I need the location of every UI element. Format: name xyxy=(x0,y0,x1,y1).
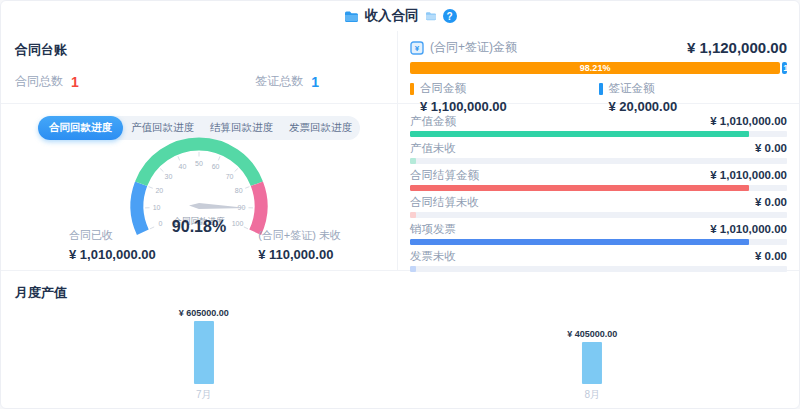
legend-swatch-orange xyxy=(410,83,414,95)
legend-contract-label: 合同金额 xyxy=(420,81,466,96)
contract-ledger-panel: 合同台账 合同总数 1 签证总数 1 合同回款进度 产值回款进 xyxy=(1,31,398,270)
contract-total: 合同总数 1 xyxy=(15,73,79,90)
help-icon[interactable]: ? xyxy=(443,9,457,23)
monthly-output-section: 月度产值 ¥ 605000.00 7月 ¥ 405000.00 8月 xyxy=(1,271,799,408)
metric-fill xyxy=(410,239,749,245)
bar-group-august: ¥ 405000.00 8月 xyxy=(567,329,617,384)
folder-small-icon[interactable] xyxy=(425,11,437,21)
contract-received-stat: 合同已收 ¥ 1,010,000.00 xyxy=(69,228,156,262)
metric-label: 销项发票 xyxy=(410,223,456,236)
metric-value: ¥ 1,010,000.00 xyxy=(710,169,787,182)
metric-fill xyxy=(410,131,749,137)
bar-july xyxy=(194,321,214,384)
top-row: 合同台账 合同总数 1 签证总数 1 合同回款进度 产值回款进 xyxy=(1,31,799,271)
bar-group-july: ¥ 605000.00 7月 xyxy=(179,308,229,384)
svg-text:40: 40 xyxy=(178,163,186,170)
metric-fill xyxy=(410,212,416,218)
ledger-title: 合同台账 xyxy=(15,41,383,59)
summary-stacked-bar: 98.21% 1.79% xyxy=(410,62,787,74)
metric-row-output-unreceived: 产值未收 ¥ 0.00 xyxy=(410,142,787,164)
metric-value: ¥ 1,010,000.00 xyxy=(710,115,787,128)
gauge-section: 合同回款进度 产值回款进度 结算回款进度 发票回款进度 010203040506… xyxy=(1,104,397,270)
metric-label: 发票未收 xyxy=(410,250,456,263)
legend-swatch-blue xyxy=(599,83,603,95)
bar-value: ¥ 405000.00 xyxy=(567,329,617,339)
metric-track xyxy=(410,185,787,191)
metric-value: ¥ 1,010,000.00 xyxy=(710,223,787,236)
bar-month-label: 7月 xyxy=(196,388,212,402)
svg-text:80: 80 xyxy=(235,187,243,194)
unreceived-label: (合同+签证) 未收 xyxy=(258,228,341,243)
svg-text:50: 50 xyxy=(195,160,203,167)
ledger-section: 合同台账 合同总数 1 签证总数 1 xyxy=(1,31,397,104)
svg-text:10: 10 xyxy=(153,204,161,211)
amount-summary-panel: ¥ (合同+签证)金额 ¥ 1,120,000.00 98.21% 1.79% … xyxy=(398,31,799,270)
amount-icon: ¥ xyxy=(410,41,424,55)
bar-month-label: 8月 xyxy=(585,388,601,402)
unreceived-value: ¥ 110,000.00 xyxy=(258,247,341,262)
metric-label: 产值未收 xyxy=(410,142,456,155)
summary-section: ¥ (合同+签证)金额 ¥ 1,120,000.00 98.21% 1.79% … xyxy=(398,31,799,104)
folder-icon xyxy=(344,10,359,23)
summary-label: (合同+签证)金额 xyxy=(430,39,517,56)
metrics-section: 产值金额 ¥ 1,010,000.00 产值未收 ¥ 0.00 合同结算金额 xyxy=(398,104,799,277)
svg-text:60: 60 xyxy=(212,163,220,170)
contract-received-label: 合同已收 xyxy=(69,228,156,243)
bar-value: ¥ 605000.00 xyxy=(179,308,229,318)
metric-row-output-amount: 产值金额 ¥ 1,010,000.00 xyxy=(410,115,787,137)
svg-text:¥: ¥ xyxy=(415,44,420,53)
metric-track xyxy=(410,239,787,245)
metric-row-settlement-unreceived: 合同结算未收 ¥ 0.00 xyxy=(410,196,787,218)
bar-august xyxy=(582,342,602,384)
metric-track xyxy=(410,158,787,164)
svg-text:20: 20 xyxy=(155,187,163,194)
contract-total-label: 合同总数 xyxy=(15,73,63,90)
summary-head: ¥ (合同+签证)金额 ¥ 1,120,000.00 xyxy=(410,39,787,56)
metric-label: 合同结算金额 xyxy=(410,169,479,182)
visa-total: 签证总数 1 xyxy=(255,73,319,90)
header: 收入合同 ? xyxy=(1,1,799,31)
metric-row-settlement-amount: 合同结算金额 ¥ 1,010,000.00 xyxy=(410,169,787,191)
summary-bar-contract: 98.21% xyxy=(410,62,780,74)
svg-text:70: 70 xyxy=(226,173,234,180)
gauge-stats: 合同已收 ¥ 1,010,000.00 (合同+签证) 未收 ¥ 110,000… xyxy=(69,228,341,262)
income-contract-dashboard: 收入合同 ? 合同台账 合同总数 1 签证总数 1 xyxy=(0,0,800,409)
metric-row-output-invoice: 销项发票 ¥ 1,010,000.00 xyxy=(410,223,787,245)
metric-value: ¥ 0.00 xyxy=(755,196,787,209)
page-title: 收入合同 xyxy=(365,7,419,25)
metric-track xyxy=(410,212,787,218)
legend-visa-label: 签证金额 xyxy=(609,81,655,96)
monthly-output-title: 月度产值 xyxy=(15,284,785,302)
summary-bar-visa: 1.79% xyxy=(782,62,787,74)
visa-total-value: 1 xyxy=(311,74,319,90)
summary-total: ¥ 1,120,000.00 xyxy=(687,39,787,56)
metric-value: ¥ 0.00 xyxy=(755,142,787,155)
metric-row-invoice-unreceived: 发票未收 ¥ 0.00 xyxy=(410,250,787,272)
metric-value: ¥ 0.00 xyxy=(755,250,787,263)
ledger-counts: 合同总数 1 签证总数 1 xyxy=(15,73,383,90)
visa-total-label: 签证总数 xyxy=(255,73,303,90)
contract-received-value: ¥ 1,010,000.00 xyxy=(69,247,156,262)
unreceived-stat: (合同+签证) 未收 ¥ 110,000.00 xyxy=(258,228,341,262)
metric-fill xyxy=(410,185,749,191)
metric-fill xyxy=(410,158,416,164)
svg-text:30: 30 xyxy=(165,173,173,180)
contract-total-value: 1 xyxy=(71,74,79,90)
metric-label: 产值金额 xyxy=(410,115,456,128)
metric-track xyxy=(410,131,787,137)
metric-label: 合同结算未收 xyxy=(410,196,479,209)
